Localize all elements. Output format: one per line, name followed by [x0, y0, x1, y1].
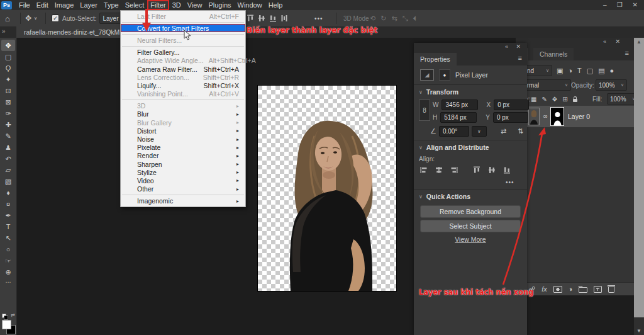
- menubar-image[interactable]: Image: [52, 0, 77, 10]
- type-tool[interactable]: T: [1, 221, 15, 232]
- home-icon[interactable]: ⌂: [5, 14, 10, 23]
- y-field[interactable]: 0 px: [493, 112, 528, 123]
- filter-menu-item-3d[interactable]: 3D▸: [121, 102, 245, 110]
- filter-menu-item-render[interactable]: Render▸: [121, 152, 245, 160]
- filter-toggle-icon[interactable]: ●: [610, 67, 614, 74]
- x-field[interactable]: 0 px: [494, 99, 529, 110]
- filter-menu-item-filter-gallery[interactable]: Filter Gallery...: [121, 48, 245, 57]
- document-canvas[interactable]: [258, 86, 396, 291]
- transform-section-header[interactable]: ∨ Transform: [414, 88, 464, 96]
- pan-3d-camera-icon[interactable]: ⇆: [391, 14, 397, 23]
- chevron-down-icon[interactable]: ∨: [34, 16, 37, 21]
- filter-adjustment-layers-icon[interactable]: ◑: [568, 67, 572, 74]
- orbit-3d-camera-icon[interactable]: ⟲: [370, 14, 375, 23]
- lasso-tool[interactable]: Ϙ: [1, 62, 15, 74]
- flip-horizontal-icon[interactable]: ⇄: [501, 127, 506, 135]
- delete-layer-icon[interactable]: [608, 287, 614, 293]
- panel-menu-icon[interactable]: ≡: [625, 49, 629, 57]
- eraser-tool[interactable]: ▱: [1, 164, 15, 176]
- filter-menu-item-convert-for-smart-filters[interactable]: Convert for Smart Filters: [121, 24, 245, 32]
- width-field[interactable]: 3456 px: [441, 99, 478, 110]
- brush-tool[interactable]: ✎: [1, 130, 15, 142]
- healing-brush-tool[interactable]: ✚: [1, 119, 15, 130]
- pen-tool[interactable]: ✒: [1, 210, 15, 221]
- filter-menu-item-distort[interactable]: Distort▸: [121, 127, 245, 135]
- close-panel-icon[interactable]: ✕: [516, 43, 521, 50]
- menubar-filter[interactable]: Filter: [147, 0, 169, 10]
- edit-toolbar-icon[interactable]: ⋯: [0, 279, 16, 285]
- align-section-header[interactable]: ∨ Align and Distribute: [414, 144, 494, 151]
- filter-menu-item-vanishing-point[interactable]: Vanishing Point...Alt+Ctrl+V: [121, 90, 245, 98]
- tab-channels[interactable]: Channels: [533, 48, 574, 60]
- remove-background-button[interactable]: Remove Background: [420, 205, 521, 218]
- layer-effects-icon[interactable]: fx: [541, 285, 547, 293]
- menubar-file[interactable]: File: [16, 0, 33, 10]
- align-vertical-centers-icon[interactable]: [257, 13, 267, 23]
- filter-menu-item-pixelate[interactable]: Pixelate▸: [121, 144, 245, 152]
- add-layer-mask-icon[interactable]: [553, 286, 562, 293]
- marquee-tool[interactable]: ▢: [1, 51, 15, 62]
- menubar-plugins[interactable]: Plugins: [205, 0, 234, 10]
- eyedropper-tool[interactable]: ✑: [1, 108, 15, 119]
- collapse-panel-icon[interactable]: «: [505, 43, 508, 50]
- menubar-type[interactable]: Type: [101, 0, 122, 10]
- new-adjustment-layer-icon[interactable]: ◑: [569, 285, 573, 293]
- history-brush-tool[interactable]: ↶: [1, 153, 15, 164]
- more-options-icon[interactable]: •••: [314, 15, 323, 22]
- filter-menu-item-other[interactable]: Other▸: [121, 185, 245, 193]
- menubar-edit[interactable]: Edit: [33, 0, 52, 10]
- collapse-panel-icon[interactable]: «: [603, 38, 606, 45]
- filter-shape-layers-icon[interactable]: ▢: [587, 67, 593, 75]
- tab-overflow-icon[interactable]: »: [2, 28, 6, 35]
- lock-transparency-icon[interactable]: ▦: [531, 96, 536, 103]
- slide-3d-camera-icon[interactable]: ⤡: [402, 14, 408, 23]
- opacity-dropdown[interactable]: 100% ∨: [596, 79, 627, 91]
- lock-image-icon[interactable]: ✎: [541, 96, 547, 103]
- restore-button[interactable]: ❐: [617, 0, 623, 10]
- filter-menu-item-imagenomic[interactable]: Imagenomic▸: [121, 197, 245, 205]
- select-subject-button[interactable]: Select Subject: [420, 220, 521, 232]
- lock-artboard-icon[interactable]: ⊞: [562, 96, 567, 103]
- quick-actions-section-header[interactable]: ∨ Quick Actions: [414, 193, 475, 200]
- height-field[interactable]: 5184 px: [440, 112, 477, 123]
- filter-menu-item-stylize[interactable]: Stylize▸: [121, 168, 245, 176]
- new-layer-icon[interactable]: [594, 286, 602, 293]
- align-right-edges-icon[interactable]: [449, 165, 459, 175]
- filter-menu-item-noise[interactable]: Noise▸: [121, 135, 245, 143]
- view-more-link[interactable]: View More: [414, 236, 527, 243]
- rotation-dropdown-icon[interactable]: ∨: [472, 126, 487, 137]
- new-group-icon[interactable]: [579, 287, 587, 293]
- scroll-down-icon[interactable]: ▼: [634, 328, 644, 334]
- align-top-edges-icon[interactable]: [472, 165, 482, 175]
- filter-menu-item-blur[interactable]: Blur▸: [121, 110, 245, 118]
- menubar-help[interactable]: Help: [265, 0, 286, 10]
- lock-all-icon[interactable]: [573, 99, 577, 102]
- auto-select-checkbox[interactable]: ✓: [52, 14, 59, 22]
- align-horizontal-centers-icon[interactable]: [434, 165, 444, 175]
- close-button[interactable]: ✕: [633, 0, 638, 10]
- crop-tool[interactable]: ⊡: [1, 85, 15, 96]
- filter-menu-item-liquify[interactable]: Liquify...Shift+Ctrl+X: [121, 81, 245, 89]
- quick-selection-tool[interactable]: ✦: [1, 74, 15, 85]
- distribute-horizontal-icon[interactable]: [279, 13, 289, 23]
- filter-menu-item-neural-filters[interactable]: Neural Filters...: [121, 36, 245, 44]
- scrollbar-thumb[interactable]: [634, 38, 644, 317]
- align-bottom-edges-icon[interactable]: [268, 13, 278, 23]
- constrain-proportions-icon[interactable]: 8: [419, 99, 430, 121]
- mask-link-icon[interactable]: 8: [542, 115, 548, 118]
- dodge-tool[interactable]: ¤: [1, 198, 15, 210]
- lock-position-icon[interactable]: ✥: [552, 96, 557, 103]
- filter-smart-objects-icon[interactable]: ▤: [598, 67, 604, 75]
- filter-menu-item-camera-raw-filter[interactable]: Camera Raw Filter...Shift+Ctrl+A: [121, 65, 245, 73]
- roll-3d-camera-icon[interactable]: ↻: [380, 14, 386, 23]
- filter-menu-item-blur-gallery[interactable]: Blur Gallery▸: [121, 118, 245, 127]
- move-3d-camera-icon[interactable]: ⏴: [413, 14, 416, 23]
- page-scrollbar[interactable]: ▲ ▼: [634, 38, 644, 335]
- menubar-view[interactable]: View: [184, 0, 206, 10]
- filter-menu-item-sharpen[interactable]: Sharpen▸: [121, 160, 245, 168]
- layer-mask-thumbnail[interactable]: [550, 107, 564, 126]
- path-selection-tool[interactable]: ↖: [1, 232, 15, 244]
- move-tool-icon[interactable]: ✥: [25, 14, 31, 23]
- align-vertical-centers-icon[interactable]: [487, 165, 497, 175]
- rotation-field[interactable]: 0.00°: [439, 126, 469, 137]
